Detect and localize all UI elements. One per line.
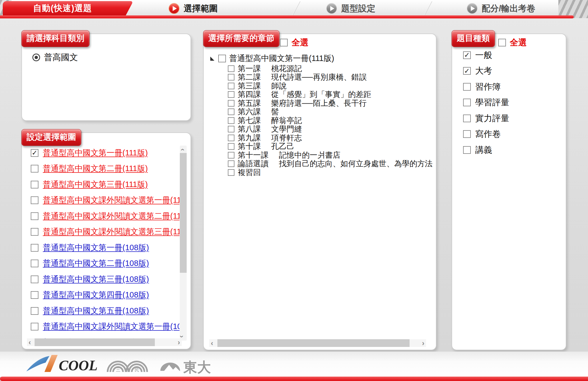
chapter-checkbox[interactable] bbox=[228, 143, 234, 150]
scroll-right-icon[interactable]: › bbox=[178, 339, 180, 346]
type-checkbox[interactable] bbox=[463, 115, 471, 122]
select-all-checkbox[interactable] bbox=[498, 39, 506, 46]
book-checkbox[interactable] bbox=[31, 307, 38, 315]
range-book-row[interactable]: 普通型高中國文第二冊(111版) bbox=[31, 161, 180, 177]
scroll-left-icon[interactable]: ‹ bbox=[211, 340, 213, 347]
radio-selected-icon[interactable] bbox=[32, 54, 40, 61]
book-checkbox[interactable] bbox=[31, 196, 38, 204]
book-label: 普通型高中國文第一冊(108版) bbox=[43, 242, 149, 253]
book-checkbox[interactable] bbox=[31, 228, 38, 236]
scrollbar-thumb[interactable] bbox=[180, 153, 187, 273]
chapter-row[interactable]: 論語選讀 找到自己的志向、如何立身處世、為學的方法 bbox=[228, 160, 433, 168]
range-book-row[interactable]: 普通型高中國文課外閱讀文選第一冊(108版) bbox=[31, 319, 180, 335]
type-checkbox[interactable] bbox=[463, 99, 471, 106]
tab-scoring-output[interactable]: 配分/輸出考卷 bbox=[467, 2, 535, 15]
tab-question-type-settings[interactable]: 題型設定 bbox=[326, 2, 375, 15]
book-checkbox[interactable]: ✓ bbox=[31, 149, 38, 157]
chapter-select-all[interactable]: 全選 bbox=[280, 37, 309, 48]
chapter-row[interactable]: 第三課 師說 bbox=[228, 82, 433, 90]
chapter-row[interactable]: 第六課 髻 bbox=[228, 108, 433, 116]
scroll-down-icon[interactable]: › bbox=[178, 335, 186, 338]
chapter-checkbox[interactable] bbox=[228, 126, 234, 132]
tree-book-row[interactable]: 普通型高中國文第一冊(111版) bbox=[210, 53, 433, 64]
horizontal-scrollbar[interactable]: ‹ › bbox=[27, 338, 182, 346]
chapter-row[interactable]: 第一課 桃花源記 bbox=[228, 64, 433, 73]
scrollbar-thumb[interactable] bbox=[35, 338, 155, 346]
scroll-right-icon[interactable]: › bbox=[422, 340, 424, 347]
vertical-scrollbar[interactable]: › › bbox=[180, 146, 187, 341]
range-book-row[interactable]: 普通型高中國文第五冊(108版) bbox=[31, 303, 180, 319]
type-label: 實力評量 bbox=[475, 113, 509, 124]
book-checkbox[interactable] bbox=[31, 323, 38, 330]
book-checkbox[interactable] bbox=[31, 244, 38, 252]
range-book-row[interactable]: 普通型高中國文第四冊(108版) bbox=[31, 287, 180, 303]
type-checkbox[interactable] bbox=[463, 146, 471, 154]
play-icon-red bbox=[169, 3, 180, 14]
type-label: 習作簿 bbox=[475, 81, 501, 93]
chapter-title: 找到自己的志向、如何立身處世、為學的方法 bbox=[279, 158, 433, 169]
chapter-row[interactable]: 複習回 bbox=[228, 168, 433, 177]
range-book-row[interactable]: 普通型高中國文第三冊(108版) bbox=[31, 271, 180, 287]
book-label: 普通型高中國文課外閱讀文選第一冊(111版) bbox=[43, 195, 180, 206]
scroll-left-icon[interactable]: ‹ bbox=[29, 339, 31, 346]
range-book-row[interactable]: 普通型高中國文課外閱讀文選第三冊(111版) bbox=[31, 224, 180, 240]
type-checkbox[interactable]: ✓ bbox=[463, 67, 471, 75]
tab-auto-quick-select[interactable]: 自動(快速)選題 bbox=[3, 1, 122, 15]
chapter-title: 樂府詩選──陌上桑、長干行 bbox=[271, 98, 367, 109]
type-row[interactable]: ✓ 一般 bbox=[463, 47, 556, 63]
tab-select-range[interactable]: 選擇範圍 bbox=[169, 2, 218, 15]
type-row[interactable]: 學習評量 bbox=[463, 95, 556, 111]
type-row[interactable]: 實力評量 bbox=[463, 110, 556, 126]
scrollbar-thumb[interactable] bbox=[217, 339, 410, 347]
chapter-checkbox[interactable] bbox=[228, 117, 234, 124]
chapter-row[interactable]: 第五課 樂府詩選──陌上桑、長干行 bbox=[228, 99, 433, 108]
book-checkbox[interactable] bbox=[31, 165, 38, 173]
chapter-checkbox[interactable] bbox=[228, 83, 234, 89]
type-row[interactable]: 講義 bbox=[463, 142, 556, 158]
book-checkbox[interactable] bbox=[31, 212, 38, 220]
tab-label: 選擇範圍 bbox=[184, 3, 218, 14]
chapter-checkbox[interactable] bbox=[228, 74, 234, 80]
chapter-row[interactable]: 第七課 醉翁亭記 bbox=[228, 116, 433, 125]
subject-option[interactable]: 普高國文 bbox=[32, 52, 78, 63]
chapter-checkbox[interactable] bbox=[228, 152, 234, 158]
chapter-row[interactable]: 第四課 從「感覺」到「事實」的差距 bbox=[228, 90, 433, 99]
horizontal-scrollbar[interactable]: ‹ › bbox=[209, 339, 426, 347]
range-book-row[interactable]: 普通型高中國文第三冊(111版) bbox=[31, 177, 180, 193]
chapter-row[interactable]: 第十課 孔乙己 bbox=[228, 142, 433, 151]
book-checkbox[interactable] bbox=[31, 181, 38, 188]
range-book-row[interactable]: 普通型高中國文第一冊(108版) bbox=[31, 240, 180, 256]
chapter-checkbox[interactable] bbox=[228, 169, 234, 176]
book-checkbox[interactable] bbox=[218, 55, 226, 62]
chapter-checkbox[interactable] bbox=[228, 160, 234, 167]
range-book-row[interactable]: ✓ 普通型高中國文第一冊(111版) bbox=[31, 145, 180, 161]
type-checkbox[interactable]: ✓ bbox=[463, 51, 471, 59]
chapter-checkbox[interactable] bbox=[228, 100, 234, 107]
tab-divider bbox=[292, 1, 300, 15]
book-checkbox[interactable] bbox=[31, 260, 38, 267]
type-row[interactable]: 習作簿 bbox=[463, 79, 556, 95]
tree-expander-icon[interactable] bbox=[210, 57, 214, 61]
type-row[interactable]: ✓ 大考 bbox=[463, 63, 556, 79]
chapter-checkbox[interactable] bbox=[228, 109, 234, 115]
range-book-row[interactable]: 普通型高中國文課外閱讀文選第二冊(111版) bbox=[31, 208, 180, 224]
range-book-row[interactable]: 普通型高中國文課外閱讀文選第一冊(111版) bbox=[31, 193, 180, 208]
chapter-row[interactable]: 第十一課 記憶中的一爿書店 bbox=[228, 151, 433, 160]
book-checkbox[interactable] bbox=[31, 291, 38, 299]
type-label: 學習評量 bbox=[475, 97, 509, 108]
type-checkbox[interactable] bbox=[463, 130, 471, 138]
type-select-all[interactable]: 全選 bbox=[498, 37, 527, 48]
range-book-row[interactable]: 普通型高中國文第二冊(108版) bbox=[31, 256, 180, 272]
type-row[interactable]: 寫作卷 bbox=[463, 126, 556, 142]
chapter-row[interactable]: 第二課 現代詩選──再別康橋、錯誤 bbox=[228, 73, 433, 82]
chapter-row[interactable]: 第八課 文學門縫 bbox=[228, 125, 433, 134]
chapter-row[interactable]: 第九課 項脊軒志 bbox=[228, 134, 433, 142]
select-all-checkbox[interactable] bbox=[280, 39, 288, 46]
scroll-up-icon[interactable]: › bbox=[178, 149, 186, 151]
chapter-checkbox[interactable] bbox=[228, 65, 234, 72]
book-checkbox[interactable] bbox=[31, 276, 38, 283]
type-checkbox[interactable] bbox=[463, 83, 471, 91]
tab-label: 題型設定 bbox=[341, 3, 375, 14]
chapter-checkbox[interactable] bbox=[228, 91, 234, 98]
chapter-checkbox[interactable] bbox=[228, 135, 234, 141]
